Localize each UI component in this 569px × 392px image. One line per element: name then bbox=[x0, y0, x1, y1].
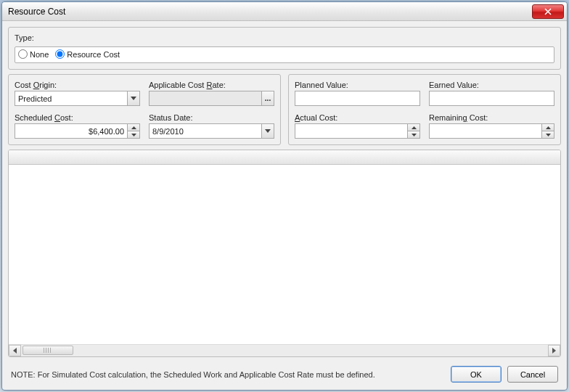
titlebar: Resource Cost bbox=[2, 2, 567, 21]
cost-origin-value: Predicted bbox=[15, 91, 127, 105]
applicable-rate-browse-button[interactable]: ... bbox=[261, 91, 274, 105]
window-title: Resource Cost bbox=[8, 7, 65, 17]
type-radio-none-label: None bbox=[30, 50, 49, 59]
applicable-rate-input: ... bbox=[149, 91, 274, 106]
type-label: Type: bbox=[15, 33, 34, 42]
chevron-right-icon bbox=[552, 348, 557, 354]
type-group: Type: None Resource Cost bbox=[8, 27, 561, 70]
actual-cost-field: Actual Cost: bbox=[295, 113, 420, 139]
cost-origin-label: Cost Origin: bbox=[15, 81, 140, 89]
planned-value-field: Planned Value: bbox=[295, 81, 420, 106]
remaining-cost-spin-up[interactable] bbox=[542, 124, 554, 131]
planned-value-label: Planned Value: bbox=[295, 81, 420, 89]
actual-cost-spin-up[interactable] bbox=[408, 124, 419, 131]
horizontal-scrollbar[interactable] bbox=[9, 344, 560, 356]
chevron-up-icon bbox=[131, 126, 136, 129]
cost-origin-field: Cost Origin: Predicted bbox=[15, 81, 140, 106]
scroll-left-button[interactable] bbox=[9, 345, 21, 356]
chevron-down-icon bbox=[131, 97, 136, 101]
scheduled-cost-spin-down[interactable] bbox=[128, 131, 139, 138]
close-button[interactable] bbox=[532, 4, 564, 19]
footer-note: NOTE: For Simulated Cost calculation, th… bbox=[11, 370, 445, 379]
scheduled-cost-label: Scheduled Cost: bbox=[15, 113, 140, 122]
type-radio-resource-cost-input[interactable] bbox=[55, 49, 65, 59]
chevron-down-icon bbox=[265, 129, 271, 134]
scheduled-cost-spin-up[interactable] bbox=[128, 124, 139, 131]
earned-value-field: Earned Value: bbox=[429, 81, 554, 106]
remaining-cost-label: Remaining Cost: bbox=[429, 113, 554, 122]
actual-cost-value bbox=[295, 124, 407, 138]
type-radio-row: None Resource Cost bbox=[15, 46, 554, 63]
status-date-dropdown-button[interactable] bbox=[261, 124, 274, 138]
earned-value-input[interactable] bbox=[429, 91, 554, 106]
applicable-rate-field: Applicable Cost Rate: ... bbox=[149, 81, 274, 106]
close-icon bbox=[544, 8, 552, 15]
chevron-down-icon bbox=[546, 134, 551, 136]
remaining-cost-spin-down[interactable] bbox=[542, 131, 554, 138]
client-area: Type: None Resource Cost Cost Origin: bbox=[2, 21, 567, 390]
cost-origin-select[interactable]: Predicted bbox=[15, 91, 140, 106]
type-radio-resource-cost-label: Resource Cost bbox=[67, 50, 120, 59]
panels-row: Cost Origin: Predicted Applicable Cost R… bbox=[8, 74, 561, 145]
actual-cost-spinner[interactable] bbox=[295, 123, 420, 139]
status-date-field: Status Date: 8/9/2010 bbox=[149, 113, 274, 139]
status-date-label: Status Date: bbox=[149, 113, 274, 122]
remaining-cost-spinner[interactable] bbox=[429, 123, 554, 139]
scroll-track[interactable] bbox=[21, 345, 548, 356]
remaining-cost-value bbox=[430, 124, 541, 138]
chevron-down-icon bbox=[412, 134, 417, 136]
status-date-value: 8/9/2010 bbox=[150, 124, 261, 138]
earned-value-label: Earned Value: bbox=[429, 81, 554, 89]
planned-value-input[interactable] bbox=[295, 91, 420, 106]
type-radio-none[interactable]: None bbox=[18, 49, 49, 59]
scheduled-cost-spinner[interactable]: $6,400.00 bbox=[15, 123, 140, 139]
chevron-left-icon bbox=[12, 348, 17, 354]
value-panel: Planned Value: Earned Value: Actual Cost… bbox=[288, 74, 561, 145]
status-date-picker[interactable]: 8/9/2010 bbox=[149, 123, 274, 139]
remaining-cost-field: Remaining Cost: bbox=[429, 113, 554, 139]
actual-cost-spin-down[interactable] bbox=[408, 131, 419, 138]
type-radio-none-input[interactable] bbox=[18, 49, 28, 59]
footer: NOTE: For Simulated Cost calculation, th… bbox=[8, 362, 561, 384]
applicable-rate-label: Applicable Cost Rate: bbox=[149, 81, 274, 89]
type-radio-resource-cost[interactable]: Resource Cost bbox=[55, 49, 120, 59]
dialog-window: Resource Cost Type: None Resource Cost bbox=[1, 1, 568, 391]
cost-origin-dropdown-button[interactable] bbox=[127, 91, 139, 105]
grid-body[interactable] bbox=[9, 165, 560, 344]
chevron-down-icon bbox=[131, 134, 136, 136]
grid-header bbox=[9, 150, 560, 165]
scheduled-cost-value: $6,400.00 bbox=[15, 124, 127, 138]
actual-cost-label: Actual Cost: bbox=[295, 113, 420, 122]
scroll-thumb[interactable] bbox=[22, 346, 73, 355]
scroll-right-button[interactable] bbox=[548, 345, 560, 356]
scheduled-cost-field: Scheduled Cost: $6,400.00 bbox=[15, 113, 140, 139]
grip-icon bbox=[44, 348, 52, 353]
cost-origin-panel: Cost Origin: Predicted Applicable Cost R… bbox=[8, 74, 281, 145]
data-grid bbox=[8, 150, 561, 357]
applicable-rate-value bbox=[150, 91, 261, 105]
chevron-up-icon bbox=[546, 126, 551, 129]
ok-button[interactable]: OK bbox=[451, 366, 502, 383]
chevron-up-icon bbox=[412, 126, 417, 129]
cancel-button[interactable]: Cancel bbox=[507, 366, 558, 383]
